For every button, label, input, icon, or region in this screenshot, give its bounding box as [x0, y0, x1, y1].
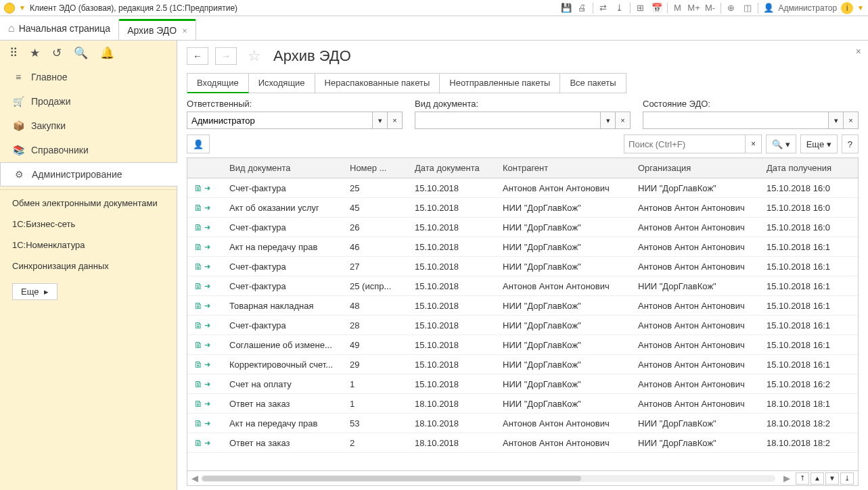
subtab-unpacked[interactable]: Нераспакованные пакеты [315, 74, 440, 93]
nav-forward-button[interactable]: → [215, 47, 237, 65]
scroll-right-icon[interactable]: ▶ [783, 473, 790, 483]
memory-m-icon[interactable]: M [672, 2, 684, 14]
favorites-icon[interactable]: ★ [30, 46, 40, 60]
calc-icon[interactable]: ⊞ [635, 2, 647, 14]
table-row[interactable]: 🗎➜Корректировочный счет...2915.10.2018НИ… [187, 355, 858, 374]
table-row[interactable]: 🗎➜Ответ на заказ218.10.2018Антонов Антон… [187, 433, 858, 453]
table-row[interactable]: 🗎➜Счет-фактура2715.10.2018НИИ "ДорГлавКо… [187, 257, 858, 276]
subtab-all[interactable]: Все пакеты [560, 74, 625, 93]
cell-num: 25 [343, 183, 408, 193]
cell-type: Счет-фактура [223, 222, 343, 232]
table-row[interactable]: 🗎➜Акт на передачу прав5318.10.2018Антоно… [187, 414, 858, 433]
dropdown-icon[interactable]: ▾ [373, 112, 388, 129]
app-menu-dropdown-icon[interactable]: ▼ [19, 4, 26, 11]
table-row[interactable]: 🗎➜Счет-фактура2815.10.2018НИИ "ДорГлавКо… [187, 316, 858, 335]
tab-archive-label: Архив ЭДО [127, 25, 177, 36]
sidebar-more-button[interactable]: Еще▸ [12, 283, 58, 300]
sidebar-link-sync[interactable]: Синхронизация данных [0, 255, 177, 276]
cell-org: Антонов Антон Антонович [631, 301, 760, 311]
sidebar-item-sales[interactable]: 🛒Продажи [0, 89, 177, 114]
set-responsible-button[interactable]: 👤 [187, 134, 210, 153]
filter-responsible-input[interactable] [187, 112, 373, 129]
sidebar-link-nomen[interactable]: 1С:Номенклатура [0, 235, 177, 255]
col-date[interactable]: Дата документа [408, 163, 496, 173]
col-num[interactable]: Номер ... [343, 163, 408, 173]
cell-type: Счет-фактура [223, 320, 343, 330]
favorite-star-icon[interactable]: ☆ [248, 47, 261, 65]
filter-status-input[interactable] [643, 112, 829, 129]
col-recv[interactable]: Дата получения [760, 163, 858, 173]
clear-icon[interactable]: × [844, 112, 859, 129]
search-clear-icon[interactable]: × [746, 134, 762, 153]
history-icon[interactable]: ↺ [52, 46, 62, 60]
col-type[interactable]: Вид документа [223, 163, 343, 173]
table-row[interactable]: 🗎➜Ответ на заказ118.10.2018НИИ "ДорГлавК… [187, 394, 858, 414]
sidebar-link-biznet[interactable]: 1С:Бизнес-сеть [0, 214, 177, 235]
filter-status-label: Состояние ЭДО: [643, 99, 859, 109]
info-icon[interactable]: i [841, 2, 853, 14]
scroll-top-icon[interactable]: ⤒ [796, 472, 809, 485]
scroll-left-icon[interactable]: ◀ [191, 473, 198, 483]
sidebar-item-catalogs[interactable]: 📚Справочники [0, 138, 177, 162]
cell-recv: 15.10.2018 16:1 [760, 281, 858, 291]
calendar-icon[interactable]: 📅 [651, 2, 663, 14]
cell-num: 26 [343, 222, 408, 232]
sidebar-link-exchange[interactable]: Обмен электронными документами [0, 193, 177, 214]
notifications-icon[interactable]: 🔔 [100, 46, 114, 60]
cell-type: Акт на передачу прав [223, 242, 343, 252]
dropdown-icon[interactable]: ▾ [601, 112, 616, 129]
content-close-icon[interactable]: × [856, 46, 861, 57]
nav-back-button[interactable]: ← [187, 47, 208, 65]
subtab-incoming[interactable]: Входящие [187, 74, 249, 93]
table-row[interactable]: 🗎➜Счет-фактура2615.10.2018НИИ "ДорГлавКо… [187, 218, 858, 237]
cell-num: 27 [343, 262, 408, 272]
table-row[interactable]: 🗎➜Товарная накладная4815.10.2018НИИ "Дор… [187, 296, 858, 316]
close-icon[interactable]: × [182, 26, 187, 36]
compare-icon[interactable]: ⇄ [597, 2, 610, 14]
cell-num: 46 [343, 242, 408, 252]
list-icon: ≡ [12, 72, 24, 82]
sidebar-item-admin[interactable]: ⚙Администрирование [0, 162, 177, 187]
current-user[interactable]: Администратор [779, 3, 838, 13]
sidebar-item-purchases[interactable]: 📦Закупки [0, 114, 177, 138]
search-input[interactable] [624, 134, 746, 153]
print-icon[interactable]: 🖨 [576, 2, 589, 14]
zoom-icon[interactable]: ⊕ [725, 2, 737, 14]
filter-doctype-input[interactable] [415, 112, 601, 129]
scroll-down-icon[interactable]: ▼ [825, 472, 839, 485]
more-actions-button[interactable]: Еще ▾ [800, 134, 838, 153]
scroll-up-icon[interactable]: ▲ [810, 472, 824, 485]
table-row[interactable]: 🗎➜Счет-фактура25 (испр...15.10.2018Антон… [187, 276, 858, 296]
table-row[interactable]: 🗎➜Акт об оказании услуг4515.10.2018НИИ "… [187, 198, 858, 218]
tab-home[interactable]: ⌂ Начальная страница [0, 16, 118, 40]
col-org[interactable]: Организация [631, 163, 760, 173]
sidebar-toolbar: ⠿ ★ ↺ 🔍 🔔 [0, 41, 177, 65]
clear-icon[interactable]: × [616, 112, 631, 129]
cell-org: Антонов Антон Антонович [631, 262, 760, 272]
info-dropdown-icon[interactable]: ▼ [857, 4, 864, 11]
dropdown-icon[interactable]: ▾ [829, 112, 844, 129]
tab-archive[interactable]: Архив ЭДО × [118, 19, 196, 40]
table-row[interactable]: 🗎➜Счет на оплату115.10.2018НИИ "ДорГлавК… [187, 374, 858, 394]
windows-icon[interactable]: ◫ [741, 2, 754, 14]
subtab-outgoing[interactable]: Исходящие [249, 74, 315, 93]
sidebar-item-main[interactable]: ≡Главное [0, 65, 177, 89]
document-icon: 🗎 [194, 399, 203, 409]
search-icon[interactable]: 🔍 [74, 46, 88, 60]
advanced-search-button[interactable]: 🔍 ▾ [766, 134, 796, 153]
clear-icon[interactable]: × [388, 112, 403, 129]
table-row[interactable]: 🗎➜Счет-фактура2515.10.2018Антонов Антон … [187, 178, 858, 198]
scroll-bottom-icon[interactable]: ⤓ [840, 472, 854, 485]
help-button[interactable]: ? [842, 134, 859, 153]
save-icon[interactable]: 💾 [560, 2, 572, 14]
table-row[interactable]: 🗎➜Соглашение об измене...4915.10.2018НИИ… [187, 335, 858, 355]
col-contr[interactable]: Контрагент [496, 163, 631, 173]
menu-grid-icon[interactable]: ⠿ [9, 46, 18, 60]
cell-recv: 15.10.2018 16:1 [760, 360, 858, 370]
subtab-unsent[interactable]: Неотправленные пакеты [440, 74, 560, 93]
export-icon[interactable]: ⤓ [614, 2, 626, 14]
memory-mplus-icon[interactable]: M+ [688, 2, 700, 14]
table-row[interactable]: 🗎➜Акт на передачу прав4615.10.2018НИИ "Д… [187, 237, 858, 257]
memory-mminus-icon[interactable]: M- [704, 2, 716, 14]
horizontal-scrollbar[interactable] [201, 475, 775, 482]
